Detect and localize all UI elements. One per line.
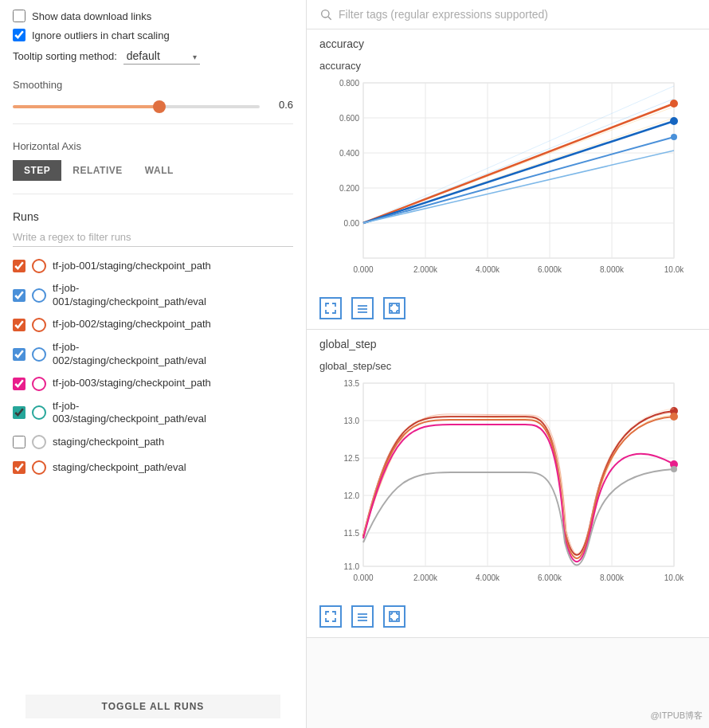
smoothing-slider-wrapper — [13, 99, 260, 111]
right-panel: accuracy accuracy — [307, 0, 709, 728]
run-circle-5 — [32, 377, 46, 391]
accuracy-fit-button[interactable] — [383, 297, 405, 319]
run-checkbox-5[interactable] — [13, 378, 25, 390]
global-step-chart-container: global_step/sec — [307, 354, 709, 637]
run-checkbox-1[interactable] — [13, 260, 25, 272]
svg-line-1 — [328, 17, 331, 20]
tooltip-select-wrapper: default ascending descending ▾ — [123, 48, 200, 65]
run-item: tf-job-003/staging/checkpoint_path — [13, 374, 293, 393]
slider-row: 0.6 — [13, 99, 293, 111]
watermark: @ITPUB博客 — [650, 710, 703, 722]
filter-bar — [307, 0, 709, 29]
run-circle-3 — [32, 318, 46, 332]
ignore-outliers-checkbox[interactable] — [13, 29, 25, 41]
run-item: tf-job-001/staging/checkpoint_path/eval — [13, 282, 293, 309]
svg-point-69 — [671, 466, 677, 472]
toggle-all-button[interactable]: TOGGLE ALL RUNS — [25, 695, 280, 718]
run-checkbox-2[interactable] — [13, 289, 25, 302]
run-checkbox-7[interactable] — [13, 436, 25, 448]
svg-text:13.5: 13.5 — [344, 379, 360, 388]
run-checkbox-3[interactable] — [13, 319, 25, 331]
accuracy-expand-button[interactable] — [319, 297, 342, 319]
accuracy-section-title: accuracy — [307, 29, 709, 53]
run-name-4: tf-job-002/staging/checkpoint_path/eval — [53, 341, 206, 368]
axis-buttons: STEP RELATIVE WALL — [13, 160, 293, 181]
svg-text:0.00: 0.00 — [344, 219, 360, 228]
left-panel: Show data download links Ignore outliers… — [0, 0, 307, 728]
run-item: tf-job-002/staging/checkpoint_path/eval — [13, 341, 293, 368]
run-item: tf-job-001/staging/checkpoint_path — [13, 256, 293, 276]
svg-point-27 — [670, 117, 678, 125]
svg-text:10.0k: 10.0k — [664, 265, 684, 274]
svg-text:13.0: 13.0 — [344, 417, 360, 425]
runs-filter-input[interactable] — [13, 228, 293, 247]
svg-text:12.5: 12.5 — [344, 454, 360, 463]
run-checkbox-8[interactable] — [13, 461, 25, 474]
global-step-lines-button[interactable] — [351, 605, 374, 628]
axis-step-button[interactable]: STEP — [13, 160, 61, 181]
smoothing-slider[interactable] — [13, 105, 260, 108]
svg-point-0 — [322, 10, 329, 18]
tooltip-sorting-label: Tooltip sorting method: — [13, 50, 117, 62]
axis-wall-button[interactable]: WALL — [134, 160, 185, 181]
tooltip-row: Tooltip sorting method: default ascendin… — [13, 48, 293, 65]
svg-point-67 — [670, 413, 678, 421]
search-icon — [319, 8, 332, 21]
svg-rect-73 — [390, 612, 399, 621]
run-circle-8 — [32, 460, 46, 475]
run-circle-1 — [32, 259, 46, 273]
run-circle-2 — [32, 288, 46, 303]
axis-relative-button[interactable]: RELATIVE — [61, 160, 133, 181]
run-name-6: tf-job-003/staging/checkpoint_path/eval — [53, 400, 206, 427]
ignore-outliers-label: Ignore outliers in chart scaling — [32, 29, 170, 41]
svg-text:2.000k: 2.000k — [413, 573, 438, 582]
svg-text:0.400: 0.400 — [339, 149, 359, 158]
global-step-chart-area: 13.5 13.0 12.5 12.0 11.5 11.0 0.000 2.00… — [319, 375, 696, 601]
accuracy-chart-icons — [319, 292, 696, 326]
global-step-chart-block: global_step global_step/sec — [307, 330, 709, 638]
run-item: tf-job-003/staging/checkpoint_path/eval — [13, 400, 293, 427]
global-step-fit-button[interactable] — [383, 605, 405, 628]
runs-section: Runs tf-job-001/staging/checkpoint_path … — [13, 210, 293, 682]
svg-text:0.600: 0.600 — [339, 114, 359, 123]
tag-filter-input[interactable] — [339, 8, 696, 21]
global-step-chart-title: global_step/sec — [319, 360, 696, 372]
run-item: staging/checkpoint_path — [13, 432, 293, 452]
tooltip-select[interactable]: default ascending descending — [123, 48, 200, 65]
svg-text:6.000k: 6.000k — [538, 573, 562, 582]
show-download-label: Show data download links — [32, 10, 151, 22]
run-name-3: tf-job-002/staging/checkpoint_path — [53, 318, 211, 331]
svg-text:0.000: 0.000 — [353, 265, 373, 274]
svg-text:2.000k: 2.000k — [413, 265, 438, 274]
runs-title: Runs — [13, 210, 293, 223]
run-name-7: staging/checkpoint_path — [53, 436, 164, 449]
smoothing-section: Smoothing 0.6 — [13, 79, 293, 124]
svg-text:4.000k: 4.000k — [476, 573, 500, 582]
svg-text:0.200: 0.200 — [339, 184, 359, 193]
svg-text:8.000k: 8.000k — [600, 265, 625, 274]
ignore-outliers-row: Ignore outliers in chart scaling — [13, 29, 293, 41]
run-item: staging/checkpoint_path/eval — [13, 458, 293, 477]
svg-rect-32 — [390, 303, 399, 313]
accuracy-lines-button[interactable] — [351, 297, 374, 319]
svg-text:0.000: 0.000 — [353, 573, 373, 582]
run-checkbox-6[interactable] — [13, 406, 25, 419]
run-name-5: tf-job-003/staging/checkpoint_path — [53, 377, 211, 390]
accuracy-chart-title: accuracy — [319, 60, 696, 72]
svg-text:12.0: 12.0 — [344, 491, 360, 500]
run-item: tf-job-002/staging/checkpoint_path — [13, 315, 293, 335]
accuracy-chart-area: 0.800 0.600 0.400 0.200 0.00 0.000 2.000… — [319, 75, 696, 292]
svg-text:8.000k: 8.000k — [600, 573, 625, 582]
show-download-checkbox[interactable] — [13, 10, 25, 22]
show-download-row: Show data download links — [13, 10, 293, 22]
horizontal-axis-section: Horizontal Axis STEP RELATIVE WALL — [13, 140, 293, 194]
svg-text:10.0k: 10.0k — [664, 573, 684, 582]
run-circle-6 — [32, 405, 46, 420]
accuracy-chart-block: accuracy accuracy — [307, 29, 709, 330]
global-step-section-title: global_step — [307, 330, 709, 354]
run-checkbox-4[interactable] — [13, 348, 25, 361]
svg-point-28 — [671, 134, 677, 140]
global-step-expand-button[interactable] — [319, 605, 342, 628]
svg-text:0.800: 0.800 — [339, 79, 359, 88]
svg-text:6.000k: 6.000k — [538, 265, 562, 274]
